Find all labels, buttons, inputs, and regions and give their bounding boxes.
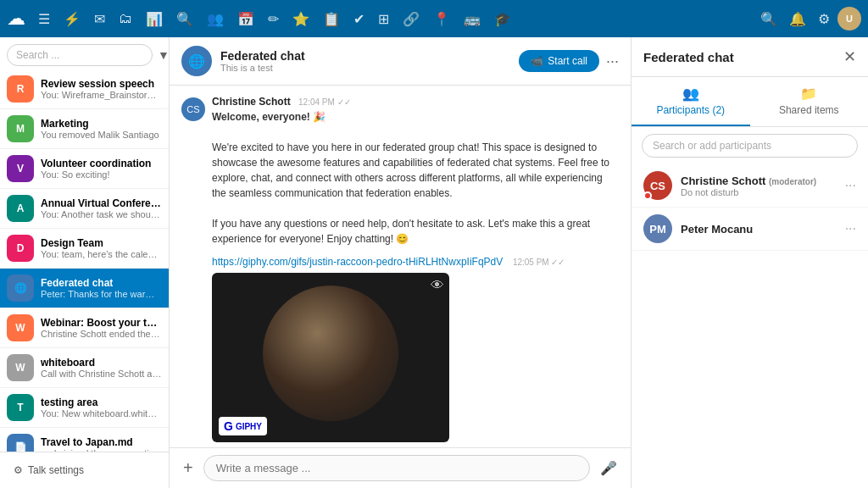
participant-role: (moderator) xyxy=(769,177,816,186)
conversation-list: R Review session speech You: Wireframe_B… xyxy=(0,69,169,452)
participant-more-button[interactable]: ··· xyxy=(845,221,856,236)
tab-shared-items[interactable]: 📁 Shared items xyxy=(750,77,869,126)
conv-name: Federated chat xyxy=(41,277,162,289)
sidebar-item-volunteer[interactable]: V Volunteer coordination You: So excitin… xyxy=(0,149,169,189)
nav-icon-search-top[interactable]: 🔍 xyxy=(172,8,198,30)
sidebar-item-travel-japan[interactable]: 📄 Travel to Japan.md andy joined the con… xyxy=(0,428,169,452)
link-message: https://giphy.com/gifs/justin-raccoon-pe… xyxy=(181,255,619,445)
conv-avatar: M xyxy=(7,115,34,142)
nav-icon-notifications[interactable]: 🔔 xyxy=(785,8,810,30)
giphy-link[interactable]: https://giphy.com/gifs/justin-raccoon-pe… xyxy=(212,256,503,268)
participant-more-button[interactable]: ··· xyxy=(845,178,856,193)
conv-avatar: W xyxy=(7,354,34,381)
participant-search-input[interactable] xyxy=(642,134,858,158)
participants-tab-icon: 👥 xyxy=(682,86,699,102)
right-panel-header: Federated chat ✕ xyxy=(632,37,868,77)
nav-icon-activity[interactable]: ⚡ xyxy=(59,8,85,30)
conv-content: Federated chat Peter: Thanks for the war… xyxy=(41,277,162,299)
giphy-circle-decoration xyxy=(263,286,398,421)
conv-preview: You removed Malik Santiago xyxy=(41,130,162,140)
sidebar-header: ▼ ✏ xyxy=(0,37,169,69)
nav-icon-mail[interactable]: ✉ xyxy=(90,8,109,30)
tab-participants[interactable]: 👥 Participants (2) xyxy=(632,77,750,126)
sidebar-item-marketing[interactable]: M Marketing You removed Malik Santiago xyxy=(0,109,169,149)
nav-icon-menu[interactable]: ☰ xyxy=(34,8,54,30)
chat-header-info: Federated chat This is a test xyxy=(220,49,510,73)
user-avatar[interactable]: U xyxy=(837,7,861,30)
nav-icon-files[interactable]: 🗂 xyxy=(114,8,136,30)
chat-header: 🌐 Federated chat This is a test 📹 Start … xyxy=(170,37,631,86)
sidebar-footer: ⚙ Talk settings xyxy=(0,452,169,488)
filter-icon[interactable]: ▼ xyxy=(158,48,170,62)
sidebar-item-testing-area[interactable]: T testing area You: New whiteboard.whitb… xyxy=(0,388,169,428)
conv-avatar: T xyxy=(7,394,34,421)
sidebar-item-whiteboard[interactable]: W whiteboard Call with Christine Schott … xyxy=(0,348,169,388)
participant-item: PM Peter Mocanu ··· xyxy=(632,208,868,251)
nav-icon-check[interactable]: ✔ xyxy=(349,8,369,30)
nav-icon-bookmarks[interactable]: ⭐ xyxy=(288,8,314,30)
topbar-right: 🔍 🔔 ⚙ U xyxy=(756,7,861,30)
nav-icon-notes[interactable]: ✏ xyxy=(264,8,283,30)
conv-preview: You: Another task we should th... xyxy=(41,209,162,219)
nav-icon-calendar[interactable]: 📅 xyxy=(233,8,259,30)
conv-name: Review session speech xyxy=(41,78,162,90)
nav-icon-contacts[interactable]: 👥 xyxy=(203,8,228,30)
app-logo: ☁ xyxy=(7,8,25,30)
nav-icon-tables[interactable]: ⊞ xyxy=(374,8,393,30)
participant-status: Do not disturb xyxy=(681,187,837,197)
conv-content: Design Team You: team, here's the calend… xyxy=(41,237,162,259)
chat-title: Federated chat xyxy=(220,49,510,63)
giphy-container: G GIPHY 👁 xyxy=(212,273,449,442)
conv-content: Annual Virtual Conference You: Another t… xyxy=(41,197,162,219)
right-panel-title: Federated chat xyxy=(643,50,734,64)
conv-name: Travel to Japan.md xyxy=(41,436,162,448)
message-input-box xyxy=(203,455,590,481)
sidebar-item-annual-virtual[interactable]: A Annual Virtual Conference You: Another… xyxy=(0,189,169,229)
participant-name: Christine Schott (moderator) xyxy=(681,175,837,187)
conv-name: Marketing xyxy=(41,118,162,130)
nav-icon-tasks[interactable]: 📋 xyxy=(319,8,344,30)
conv-avatar: R xyxy=(7,75,34,103)
nav-icon-settings[interactable]: ⚙ xyxy=(814,8,834,30)
conv-preview: You: Wireframe_Brainstorming... xyxy=(41,90,162,100)
conv-content: Marketing You removed Malik Santiago xyxy=(41,118,162,140)
conv-content: Travel to Japan.md andy joined the conve… xyxy=(41,436,162,452)
conv-avatar: W xyxy=(7,314,34,341)
conv-name: Design Team xyxy=(41,237,162,249)
participant-info: Christine Schott (moderator) Do not dist… xyxy=(681,175,837,197)
add-attachment-button[interactable]: + xyxy=(180,455,197,481)
start-call-button[interactable]: 📹 Start call xyxy=(519,50,599,72)
sidebar-item-design-team[interactable]: D Design Team You: team, here's the cale… xyxy=(0,229,169,269)
participant-search-container xyxy=(632,127,868,164)
search-input[interactable] xyxy=(7,44,153,66)
giphy-eye-icon[interactable]: 👁 xyxy=(431,278,444,293)
conv-avatar: V xyxy=(7,155,34,182)
conv-content: Volunteer coordination You: So exciting! xyxy=(41,158,162,180)
video-icon: 📹 xyxy=(531,55,543,67)
conv-preview: Peter: Thanks for the warm wel... xyxy=(41,289,162,299)
nav-icon-search-right[interactable]: 🔍 xyxy=(756,8,782,30)
sidebar: ▼ ✏ R Review session speech You: Wirefra… xyxy=(0,37,170,488)
chat-area: 🌐 Federated chat This is a test 📹 Start … xyxy=(170,37,631,488)
nav-icon-links[interactable]: 🔗 xyxy=(398,8,424,30)
participant-avatar: CS xyxy=(643,171,672,200)
nav-icon-more1[interactable]: 🚌 xyxy=(459,8,485,30)
message-input[interactable] xyxy=(216,462,577,474)
nav-icon-dashboard[interactable]: 📊 xyxy=(142,8,167,30)
chat-input-area: + 🎤 xyxy=(170,447,631,488)
close-panel-button[interactable]: ✕ xyxy=(843,47,856,66)
right-panel-tabs: 👥 Participants (2) 📁 Shared items xyxy=(632,77,868,127)
message-content: Christine Schott 12:04 PM ✓✓ Welcome, ev… xyxy=(212,96,619,247)
chat-more-icon[interactable]: ··· xyxy=(606,53,619,70)
conv-preview: Call with Christine Schott and ... xyxy=(41,369,162,379)
participant-list: CS Christine Schott (moderator) Do not d… xyxy=(632,164,868,488)
nav-icon-maps[interactable]: 📍 xyxy=(429,8,454,30)
talk-settings-button[interactable]: ⚙ Talk settings xyxy=(7,459,162,481)
mic-button[interactable]: 🎤 xyxy=(597,457,620,480)
sidebar-item-federated-chat[interactable]: 🌐 Federated chat Peter: Thanks for the w… xyxy=(0,269,169,308)
nav-icon-more2[interactable]: 🎓 xyxy=(490,8,515,30)
sidebar-item-review-session[interactable]: R Review session speech You: Wireframe_B… xyxy=(0,69,169,109)
sidebar-item-webinar[interactable]: W Webinar: Boost your team's p... Christ… xyxy=(0,308,169,348)
message-text: Welcome, everyone! 🎉 We're excited to ha… xyxy=(212,109,619,247)
conv-name: testing area xyxy=(41,396,162,408)
